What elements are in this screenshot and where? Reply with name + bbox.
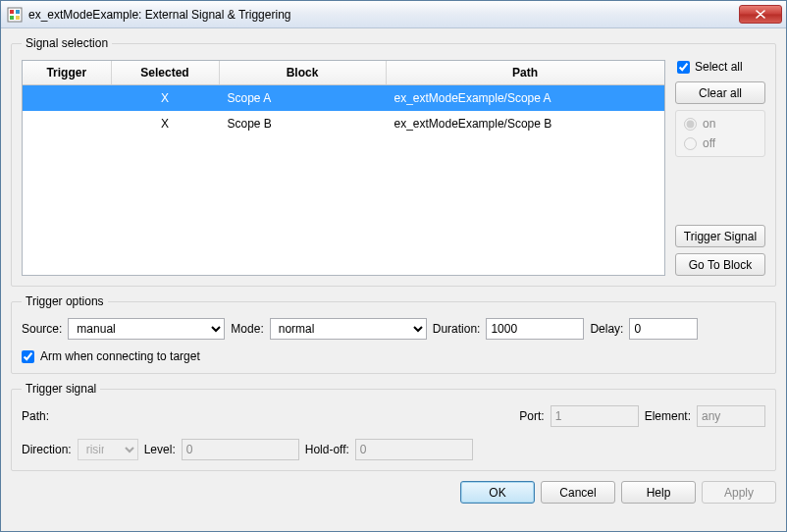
dialog-window: ex_extModeExample: External Signal & Tri… (0, 0, 787, 532)
trigger-signal-group: Trigger signal Path: Port: Element: Dire… (11, 382, 776, 471)
signals-table[interactable]: Trigger Selected Block Path X Scope A (23, 61, 664, 136)
off-label: off (703, 136, 715, 150)
titlebar: ex_extModeExample: External Signal & Tri… (1, 1, 786, 28)
col-header-block[interactable]: Block (219, 61, 386, 85)
port-input (551, 405, 639, 427)
arm-label[interactable]: Arm when connecting to target (40, 349, 200, 363)
element-label: Element: (645, 409, 691, 423)
select-all-label[interactable]: Select all (695, 60, 743, 74)
on-off-group: on off (675, 110, 765, 157)
apply-button[interactable]: Apply (702, 481, 776, 504)
ok-button[interactable]: OK (460, 481, 535, 504)
col-header-selected[interactable]: Selected (111, 61, 219, 85)
level-label: Level: (144, 443, 176, 456)
source-select[interactable]: manual (68, 318, 225, 340)
cancel-button[interactable]: Cancel (541, 481, 615, 504)
mode-select[interactable]: normal (270, 318, 427, 340)
cell-selected: X (111, 85, 219, 112)
go-to-block-button[interactable]: Go To Block (675, 253, 765, 276)
trigger-options-group: Trigger options Source: manual Mode: nor… (11, 294, 776, 374)
signal-selection-group: Signal selection Trigger Selected Block … (11, 36, 776, 287)
help-button[interactable]: Help (621, 481, 696, 504)
trigger-options-legend: Trigger options (22, 294, 108, 308)
port-label: Port: (519, 409, 544, 423)
table-row[interactable]: X Scope B ex_extModeExample/Scope B (23, 111, 664, 136)
on-label: on (703, 117, 715, 131)
trigger-signal-button[interactable]: Trigger Signal (675, 225, 765, 247)
arm-checkbox[interactable] (22, 350, 34, 363)
cell-path: ex_extModeExample/Scope A (386, 85, 664, 112)
direction-select: rising (78, 439, 138, 460)
svg-rect-2 (16, 10, 20, 14)
signal-selection-legend: Signal selection (22, 36, 112, 50)
dialog-buttons: OK Cancel Help Apply (11, 479, 776, 504)
cell-selected: X (111, 111, 219, 136)
side-column: Select all Clear all on off Trigger Sign… (675, 60, 765, 276)
direction-label: Direction: (22, 443, 72, 456)
svg-rect-1 (10, 10, 14, 14)
holdoff-label: Hold-off: (305, 443, 349, 456)
svg-rect-3 (10, 16, 14, 20)
svg-rect-4 (16, 16, 20, 20)
signals-table-container: Trigger Selected Block Path X Scope A (22, 60, 665, 276)
cell-trigger (23, 111, 111, 136)
trigger-signal-legend: Trigger signal (22, 382, 100, 396)
col-header-trigger[interactable]: Trigger (23, 61, 111, 85)
clear-all-button[interactable]: Clear all (675, 81, 765, 104)
cell-block: Scope B (219, 111, 386, 136)
table-row[interactable]: X Scope A ex_extModeExample/Scope A (23, 85, 664, 112)
app-icon (7, 7, 23, 23)
off-radio (684, 137, 697, 150)
path-label: Path: (22, 409, 49, 423)
cell-block: Scope A (219, 85, 386, 112)
col-header-path[interactable]: Path (386, 61, 664, 85)
delay-input[interactable] (629, 318, 698, 340)
on-radio (684, 118, 697, 131)
client-area: Signal selection Trigger Selected Block … (1, 28, 786, 531)
element-input (697, 405, 765, 427)
close-button[interactable] (739, 5, 782, 24)
delay-label: Delay: (590, 322, 623, 336)
select-all-checkbox[interactable] (677, 61, 690, 74)
cell-path: ex_extModeExample/Scope B (386, 111, 664, 136)
source-label: Source: (22, 322, 62, 336)
duration-input[interactable] (486, 318, 584, 340)
duration-label: Duration: (433, 322, 481, 336)
mode-label: Mode: (231, 322, 263, 336)
level-input (182, 439, 299, 460)
holdoff-input (355, 439, 473, 460)
cell-trigger (23, 85, 111, 112)
window-title: ex_extModeExample: External Signal & Tri… (28, 8, 739, 22)
